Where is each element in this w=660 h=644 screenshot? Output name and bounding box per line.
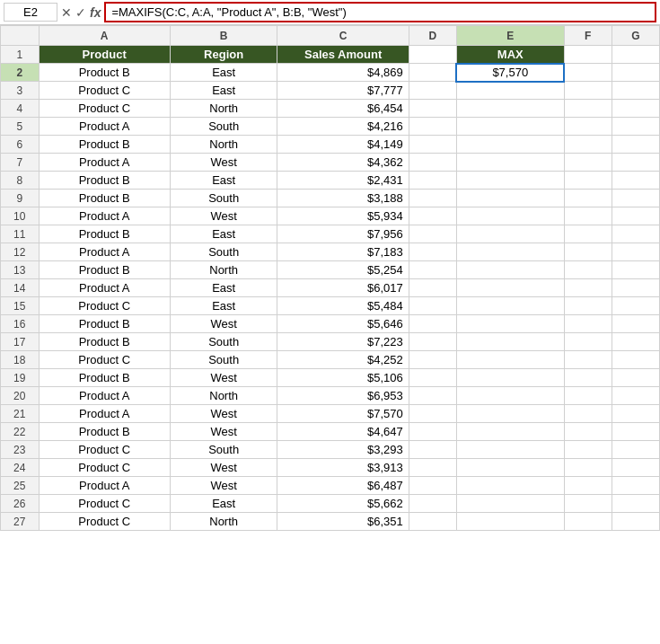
cell-C20[interactable]: $6,953 [277,387,409,405]
cell-F14[interactable] [564,279,612,297]
cell-D7[interactable] [409,154,456,172]
cell-D14[interactable] [409,279,456,297]
cell-D18[interactable] [409,351,456,369]
cell-C19[interactable]: $5,106 [277,369,409,387]
cell-A17[interactable]: Product B [39,333,170,351]
cell-C12[interactable]: $7,183 [277,243,409,261]
cell-E27[interactable] [456,513,564,531]
cell-A2[interactable]: Product B [39,64,170,82]
cell-B2[interactable]: East [170,64,277,82]
cell-E10[interactable] [456,207,564,225]
cell-G6[interactable] [612,136,659,154]
cell-A7[interactable]: Product A [39,154,170,172]
cell-G16[interactable] [612,315,659,333]
cell-reference-box[interactable]: E2 [4,3,57,22]
cell-E7[interactable] [456,154,564,172]
cell-D1[interactable] [409,46,456,64]
cell-B20[interactable]: North [170,387,277,405]
cell-B6[interactable]: North [170,136,277,154]
cell-A4[interactable]: Product C [39,100,170,118]
cell-G17[interactable] [612,333,659,351]
cell-F24[interactable] [564,459,612,477]
cell-G26[interactable] [612,495,659,513]
cell-E26[interactable] [456,495,564,513]
header-product[interactable]: Product [39,46,170,64]
cell-G19[interactable] [612,369,659,387]
cell-E5[interactable] [456,118,564,136]
cell-F11[interactable] [564,225,612,243]
cell-F21[interactable] [564,405,612,423]
cell-C14[interactable]: $6,017 [277,279,409,297]
cell-G20[interactable] [612,387,659,405]
cell-B25[interactable]: West [170,477,277,495]
cell-D17[interactable] [409,333,456,351]
cell-B5[interactable]: South [170,118,277,136]
cell-A11[interactable]: Product B [39,225,170,243]
cell-D15[interactable] [409,297,456,315]
cell-C9[interactable]: $3,188 [277,190,409,207]
cell-C2[interactable]: $4,869 [277,64,409,82]
cell-B3[interactable]: East [170,82,277,100]
cell-C4[interactable]: $6,454 [277,100,409,118]
cell-C22[interactable]: $4,647 [277,423,409,441]
cell-E24[interactable] [456,459,564,477]
cell-A22[interactable]: Product B [39,423,170,441]
cell-D8[interactable] [409,172,456,190]
cell-F18[interactable] [564,351,612,369]
cell-F3[interactable] [564,82,612,100]
cell-B18[interactable]: South [170,351,277,369]
cell-G22[interactable] [612,423,659,441]
cell-G1[interactable] [612,46,659,64]
cell-D22[interactable] [409,423,456,441]
cell-A13[interactable]: Product B [39,261,170,279]
cell-F4[interactable] [564,100,612,118]
cell-C3[interactable]: $7,777 [277,82,409,100]
cell-A5[interactable]: Product A [39,118,170,136]
cell-F27[interactable] [564,513,612,531]
cell-D5[interactable] [409,118,456,136]
cell-B8[interactable]: East [170,172,277,190]
cell-B15[interactable]: East [170,297,277,315]
col-header-F[interactable]: F [564,26,612,46]
cell-E23[interactable] [456,441,564,459]
cell-A24[interactable]: Product C [39,459,170,477]
cell-G24[interactable] [612,459,659,477]
cell-G11[interactable] [612,225,659,243]
cell-D12[interactable] [409,243,456,261]
cell-C23[interactable]: $3,293 [277,441,409,459]
cell-B14[interactable]: East [170,279,277,297]
cell-D25[interactable] [409,477,456,495]
cell-F1[interactable] [564,46,612,64]
cell-D4[interactable] [409,100,456,118]
cell-E11[interactable] [456,225,564,243]
cell-G5[interactable] [612,118,659,136]
cell-F13[interactable] [564,261,612,279]
cell-G25[interactable] [612,477,659,495]
cell-A16[interactable]: Product B [39,315,170,333]
cell-A8[interactable]: Product B [39,172,170,190]
cell-G15[interactable] [612,297,659,315]
cell-F25[interactable] [564,477,612,495]
cell-E9[interactable] [456,190,564,207]
cell-G3[interactable] [612,82,659,100]
col-header-G[interactable]: G [612,26,659,46]
cell-E22[interactable] [456,423,564,441]
cell-D6[interactable] [409,136,456,154]
cell-G13[interactable] [612,261,659,279]
cell-D19[interactable] [409,369,456,387]
cell-G7[interactable] [612,154,659,172]
cell-G2[interactable] [612,64,659,82]
cell-E19[interactable] [456,369,564,387]
cell-C18[interactable]: $4,252 [277,351,409,369]
cell-G12[interactable] [612,243,659,261]
cell-A10[interactable]: Product A [39,207,170,225]
cell-B19[interactable]: West [170,369,277,387]
cell-A26[interactable]: Product C [39,495,170,513]
cell-C17[interactable]: $7,223 [277,333,409,351]
cell-A21[interactable]: Product A [39,405,170,423]
cell-G4[interactable] [612,100,659,118]
cell-A27[interactable]: Product C [39,513,170,531]
cell-G27[interactable] [612,513,659,531]
cell-A9[interactable]: Product B [39,190,170,207]
col-header-A[interactable]: A [39,26,170,46]
